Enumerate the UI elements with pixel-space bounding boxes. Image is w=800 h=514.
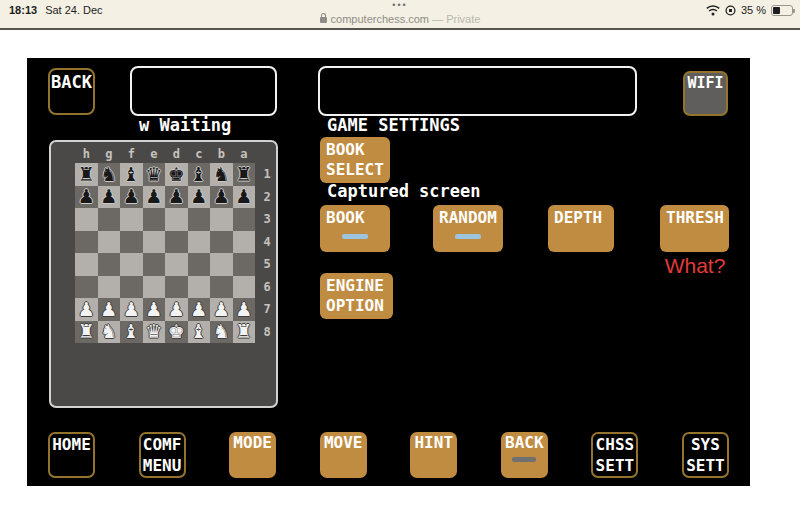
wifi-icon: [706, 5, 720, 16]
square-d2: ♟: [165, 186, 188, 209]
status-bar: 18:13Sat 24. Dec ••• computerchess.com —…: [0, 0, 800, 30]
square-f1: ♝: [120, 163, 143, 186]
piece-wr: ♜: [235, 322, 252, 341]
book-button[interactable]: BOOK: [320, 205, 390, 252]
wifi-button[interactable]: WIFI: [683, 71, 728, 116]
square-h5: [75, 253, 98, 276]
comf-menu-button[interactable]: COMFMENU: [139, 432, 186, 478]
sys-sett-button[interactable]: SYSSETT: [682, 432, 729, 478]
board-grid: ♜♞♝♛♚♝♞♜♟♟♟♟♟♟♟♟♟♟♟♟♟♟♟♟♜♞♝♛♚♝♞♜: [75, 163, 255, 343]
square-h2: ♟: [75, 186, 98, 209]
square-c6: [188, 276, 211, 299]
button-label: BOOK: [326, 208, 384, 228]
piece-wp: ♟: [213, 300, 230, 319]
home-button[interactable]: HOME: [48, 432, 95, 478]
square-f5: [120, 253, 143, 276]
file-label: g: [98, 147, 121, 161]
piece-wp: ♟: [235, 300, 252, 319]
piece-bn: ♞: [100, 165, 117, 184]
piece-wr: ♜: [78, 322, 95, 341]
hint-button[interactable]: HINT: [410, 432, 457, 478]
button-label: DEPTH: [554, 208, 608, 228]
file-labels: hgfedcba: [75, 147, 255, 161]
square-d3: [165, 208, 188, 231]
bottom-button-row: HOMECOMFMENUMODEMOVEHINTBACKCHSSSETTSYSS…: [48, 432, 729, 478]
piece-wp: ♟: [145, 300, 162, 319]
button-label: COMF: [143, 435, 182, 454]
private-label: — Private: [432, 13, 480, 25]
back-button[interactable]: BACK: [501, 432, 548, 478]
square-h6: [75, 276, 98, 299]
square-a3: [233, 208, 256, 231]
thresh-button[interactable]: THRESH: [660, 205, 729, 252]
square-g2: ♟: [98, 186, 121, 209]
depth-button[interactable]: DEPTH: [548, 205, 614, 252]
rank-label: 1: [260, 163, 274, 186]
title-line-2: Captured screen: [327, 180, 628, 202]
piece-wp: ♟: [190, 300, 207, 319]
square-h7: ♟: [75, 298, 98, 321]
random-button[interactable]: RANDOM: [433, 205, 503, 252]
title-line-1: GAME SETTINGS: [327, 114, 628, 136]
button-label: HOME: [52, 435, 91, 454]
square-e3: [143, 208, 166, 231]
address-bar[interactable]: computerchess.com — Private: [0, 13, 800, 25]
square-c2: ♟: [188, 186, 211, 209]
browser-dots-menu[interactable]: •••: [0, 0, 800, 10]
button-label: ENGINE: [326, 276, 387, 296]
rotation-lock-icon: [725, 5, 736, 16]
button-label: BOOK: [326, 140, 384, 160]
button-label: SELECT: [326, 160, 384, 180]
piece-bk: ♚: [168, 165, 185, 184]
file-label: d: [165, 147, 188, 161]
square-g5: [98, 253, 121, 276]
piece-bp: ♟: [213, 187, 230, 206]
square-b8: ♞: [210, 321, 233, 344]
piece-wp: ♟: [78, 300, 95, 319]
square-a1: ♜: [233, 163, 256, 186]
book-select-button[interactable]: BOOK SELECT: [320, 137, 390, 183]
square-h4: [75, 231, 98, 254]
screen: 18:13Sat 24. Dec ••• computerchess.com —…: [0, 0, 800, 514]
square-a7: ♟: [233, 298, 256, 321]
active-indicator: [342, 234, 368, 239]
chess-board: hgfedcba ♜♞♝♛♚♝♞♜♟♟♟♟♟♟♟♟♟♟♟♟♟♟♟♟♜♞♝♛♚♝♞…: [49, 140, 278, 408]
piece-br: ♜: [235, 165, 252, 184]
square-g3: [98, 208, 121, 231]
piece-bn: ♞: [213, 165, 230, 184]
square-g1: ♞: [98, 163, 121, 186]
file-label: c: [188, 147, 211, 161]
status-display: w Waiting SP BN RN IN R: [130, 66, 277, 116]
square-e1: ♛: [143, 163, 166, 186]
square-a8: ♜: [233, 321, 256, 344]
piece-wk: ♚: [168, 322, 185, 341]
button-label: SYS: [691, 435, 720, 454]
piece-bq: ♛: [145, 165, 162, 184]
piece-wp: ♟: [123, 300, 140, 319]
active-indicator: [512, 457, 536, 462]
button-label: MOVE: [324, 433, 363, 452]
square-h1: ♜: [75, 163, 98, 186]
rank-label: 3: [260, 208, 274, 231]
button-label: BACK: [505, 433, 544, 452]
piece-wb: ♝: [190, 322, 207, 341]
square-c1: ♝: [188, 163, 211, 186]
button-label: SETT: [596, 456, 635, 475]
chss-sett-button[interactable]: CHSSSETT: [591, 432, 638, 478]
status-line-1: w Waiting: [139, 114, 268, 136]
engine-option-button[interactable]: ENGINE OPTION: [320, 273, 393, 319]
square-e6: [143, 276, 166, 299]
back-button-top[interactable]: BACK: [48, 68, 95, 115]
square-g8: ♞: [98, 321, 121, 344]
rank-label: 7: [260, 298, 274, 321]
rank-label: 8: [260, 321, 274, 344]
mode-button[interactable]: MODE: [229, 432, 276, 478]
piece-br: ♜: [78, 165, 95, 184]
square-f2: ♟: [120, 186, 143, 209]
button-label: THRESH: [666, 208, 723, 228]
piece-wn: ♞: [100, 322, 117, 341]
square-f8: ♝: [120, 321, 143, 344]
battery-nub: [793, 9, 795, 13]
chess-app-panel: BACK w Waiting SP BN RN IN R GAME SETTIN…: [27, 58, 750, 486]
move-button[interactable]: MOVE: [320, 432, 367, 478]
